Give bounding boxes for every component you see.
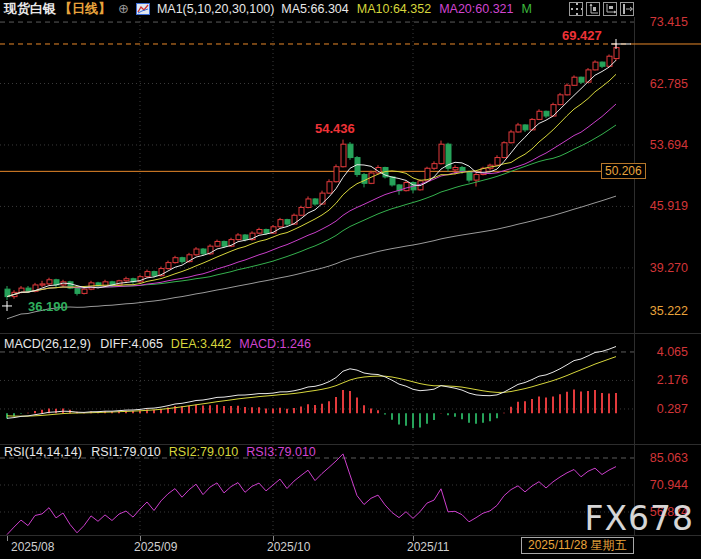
move-icon[interactable] (569, 2, 583, 16)
rsi-legend-item: RSI3:79.010 (246, 445, 316, 459)
x-axis[interactable]: 2025/082025/092025/102025/11 2025/11/28 … (0, 536, 701, 559)
low-price-annotation: 36.190 (28, 299, 68, 314)
macd-axis-label[interactable]: 0.287 (657, 402, 688, 416)
price-axis-label[interactable]: 73.415 (650, 15, 688, 29)
macd-layer (7, 347, 616, 429)
ma-lines-layer (7, 60, 616, 319)
price-axis-label[interactable]: 45.919 (650, 199, 688, 213)
price-axis-bottom-label[interactable]: 35.222 (650, 304, 688, 318)
scale-x-axis-icon[interactable] (603, 2, 617, 16)
macd-legend-item: DEA:3.442 (171, 337, 231, 351)
watermark: FX678 (584, 499, 694, 538)
ma100-line (7, 196, 616, 319)
macd-axis-label[interactable]: 4.065 (657, 345, 688, 359)
price-axis-label[interactable]: 62.785 (650, 77, 688, 91)
circle-plus-icon[interactable]: ⊕ (118, 2, 129, 15)
rsi-legend-item: RSI2:79.010 (169, 445, 239, 459)
rsi-axis-label[interactable]: 70.944 (650, 478, 688, 492)
ma5-line (7, 60, 616, 296)
month-axis-label: 2025/11 (407, 540, 450, 554)
ma-legend: MA5:66.304MA10:64.352MA20:60.321M (281, 2, 540, 16)
ma-legend-item: MA10:64.352 (357, 2, 431, 16)
scale-y-axis-icon[interactable] (586, 2, 600, 16)
ma-legend-item: M (522, 2, 532, 16)
rsi-axis-label[interactable]: 85.063 (650, 451, 688, 465)
macd-title: MACD(26,12,9) (4, 337, 91, 351)
price-axis-label[interactable]: 39.270 (650, 261, 688, 275)
ma-legend-item: MA20:60.321 (439, 2, 513, 16)
ma10-line (7, 74, 616, 296)
high-price-annotation: 54.436 (315, 121, 355, 136)
ma-group-label: MA1(5,10,20,30,100) (157, 2, 274, 16)
symbol-title: 现货白银 (4, 0, 56, 18)
month-axis-label: 2025/08 (11, 540, 54, 554)
price-axis-label[interactable]: 53.694 (650, 138, 688, 152)
candles-layer[interactable] (5, 44, 619, 300)
rsi-title: RSI(14,14,14) (4, 445, 82, 459)
macd-axis-label[interactable]: 2.176 (657, 373, 688, 387)
rsi-legend-item: RSI1:79.010 (91, 445, 161, 459)
exit-chart-icon[interactable] (620, 2, 634, 16)
mini-chart-icon[interactable] (136, 3, 150, 15)
rsi-layer (7, 454, 616, 535)
rsi-header: RSI(14,14,14) RSI1:79.010RSI2:79.010RSI3… (4, 445, 324, 459)
low-point-marker (2, 301, 12, 311)
month-axis-label: 2025/09 (134, 540, 177, 554)
horizontal-line-price-tag: 50.206 (601, 163, 646, 179)
ma-legend-item: MA5:66.304 (281, 2, 348, 16)
trading-chart-app: 现货白银 【日线】 ⊕ MA1(5,10,20,30,100) MA5:66.3… (0, 0, 701, 559)
panel-borders (0, 17, 701, 541)
rsi-line (7, 454, 616, 535)
candlestick-plot[interactable] (0, 0, 701, 559)
chart-toolbar (569, 2, 634, 16)
last-price-annotation: 69.427 (562, 28, 602, 43)
macd-legend-item: MACD:1.246 (239, 337, 311, 351)
macd-header: MACD(26,12,9) DIFF:4.065DEA:3.442MACD:1.… (4, 337, 319, 351)
macd-legend-item: DIFF:4.065 (100, 337, 163, 351)
crosshair-date-label: 2025/11/28 星期五 (521, 537, 634, 554)
month-axis-label: 2025/10 (267, 540, 310, 554)
period-label: 【日线】 (59, 0, 111, 18)
